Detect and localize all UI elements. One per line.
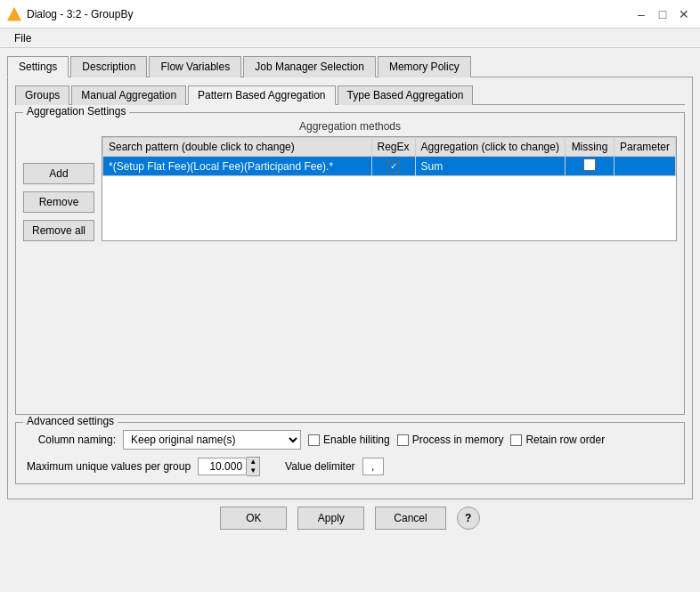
value-delimiter-input[interactable]: , [362,458,384,475]
title-bar: Dialog - 3:2 - GroupBy – □ ✕ [0,0,700,28]
column-naming-label: Column naming: [27,434,116,446]
enable-hiliting-checkbox[interactable] [308,434,320,446]
remove-button[interactable]: Remove [23,191,94,213]
col-header-regex: RegEx [371,138,415,157]
remove-all-button[interactable]: Remove all [23,220,94,241]
aggregation-table: Search pattern (double click to change) … [102,137,676,176]
minimize-button[interactable]: – [632,5,650,23]
missing-checkbox[interactable] [583,158,596,171]
process-in-memory-label: Process in memory [412,434,504,446]
enable-hiliting-checkbox-row[interactable]: Enable hiliting [308,434,390,446]
column-naming-select[interactable]: Keep original name(s) Aggregation method… [123,430,301,450]
cell-aggregation[interactable]: Sum [415,157,565,176]
tab-settings[interactable]: Settings [7,56,69,77]
cell-parameter [614,157,675,176]
menu-bar: File [0,28,700,48]
app-icon [7,7,21,21]
spinner-buttons: ▲ ▼ [247,457,260,476]
column-naming-row: Column naming: Keep original name(s) Agg… [27,430,673,450]
ok-button[interactable]: OK [220,507,287,530]
enable-hiliting-label: Enable hiliting [323,434,390,446]
spinner-up-button[interactable]: ▲ [247,458,259,466]
retain-row-order-label: Retain row order [525,434,605,446]
advanced-settings-title: Advanced settings [23,415,118,427]
inner-tab-groups[interactable]: Groups [15,85,69,105]
cancel-button[interactable]: Cancel [375,507,445,530]
inner-tab-manual-aggregation[interactable]: Manual Aggregation [71,85,186,105]
inner-tab-pattern-based-aggregation[interactable]: Pattern Based Aggregation [188,85,335,105]
col-header-search-pattern: Search pattern (double click to change) [103,138,372,157]
main-tab-bar: Settings Description Flow Variables Job … [7,55,693,77]
maximize-button[interactable]: □ [654,5,672,23]
add-button[interactable]: Add [23,163,94,184]
max-values-input[interactable]: 10.000 [198,458,247,475]
aggregation-table-container: Search pattern (double click to change) … [102,136,677,241]
max-values-label: Maximum unique values per group [27,460,191,473]
cell-search-pattern: *(Setup Flat Fee)(Local Fee)(Participand… [103,157,372,176]
bottom-buttons: OK Apply Cancel ? [7,499,693,533]
aggregation-settings-group: Aggregation Settings Aggregation methods… [15,112,685,415]
aggregation-buttons: Add Remove Remove all [23,136,94,241]
inner-tab-bar: Groups Manual Aggregation Pattern Based … [15,85,685,105]
col-header-aggregation: Aggregation (click to change) [415,138,565,157]
tab-content-settings: Groups Manual Aggregation Pattern Based … [7,77,693,499]
aggregation-settings-title: Aggregation Settings [23,105,129,118]
window-title: Dialog - 3:2 - GroupBy [27,8,133,20]
tab-job-manager-selection[interactable]: Job Manager Selection [243,56,376,77]
aggregation-methods-label: Aggregation methods [23,120,677,133]
advanced-settings-group: Advanced settings Column naming: Keep or… [15,422,685,484]
process-in-memory-checkbox[interactable] [397,434,409,446]
apply-button[interactable]: Apply [297,507,364,530]
max-values-row: Maximum unique values per group 10.000 ▲… [27,457,673,476]
regex-checkbox[interactable]: ✓ [387,160,400,173]
cell-missing[interactable] [565,157,614,176]
aggregation-main: Add Remove Remove all Search pattern (do… [23,136,677,241]
inner-tab-type-based-aggregation[interactable]: Type Based Aggregation [338,85,474,105]
cell-regex[interactable]: ✓ [371,157,415,176]
tab-description[interactable]: Description [70,56,147,77]
tab-flow-variables[interactable]: Flow Variables [149,56,241,77]
dialog-content: Settings Description Flow Variables Job … [0,48,700,540]
table-row[interactable]: *(Setup Flat Fee)(Local Fee)(Participand… [103,157,676,176]
menu-item-file[interactable]: File [7,30,38,46]
close-button[interactable]: ✕ [675,5,693,23]
spinner-down-button[interactable]: ▼ [247,466,259,475]
value-delimiter-label: Value delimiter [285,460,354,473]
max-values-spinner[interactable]: 10.000 ▲ ▼ [198,457,260,476]
process-in-memory-checkbox-row[interactable]: Process in memory [397,434,504,446]
retain-row-order-checkbox-row[interactable]: Retain row order [510,434,605,446]
window-controls: – □ ✕ [632,5,693,23]
retain-row-order-checkbox[interactable] [510,434,522,446]
col-header-missing: Missing [565,138,614,157]
tab-memory-policy[interactable]: Memory Policy [378,56,471,77]
col-header-parameter: Parameter [614,138,675,157]
help-button[interactable]: ? [457,507,480,530]
